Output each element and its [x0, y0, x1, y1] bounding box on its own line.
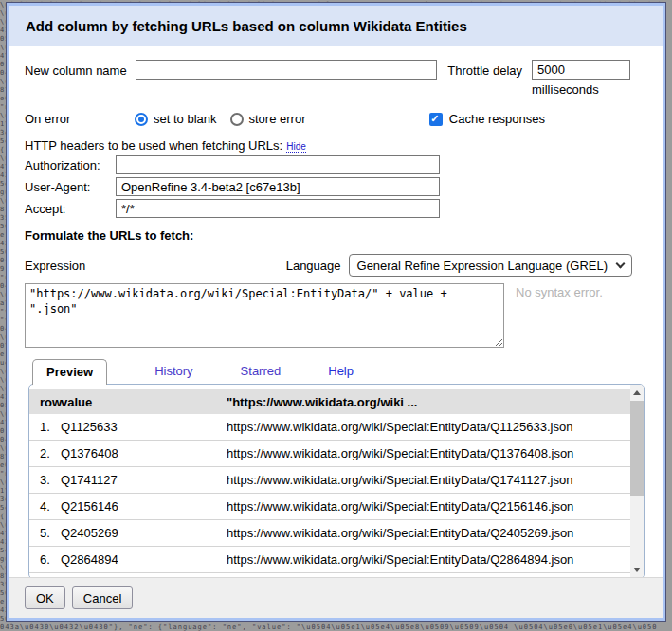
tab-history[interactable]: History [141, 359, 206, 384]
on-error-row: On error set to blank store error Cache … [25, 112, 647, 126]
user-agent-label: User-Agent: [25, 180, 116, 194]
row-url: https://www.wikidata.org/wiki/Special:En… [227, 420, 630, 434]
expression-textarea[interactable]: "https://www.wikidata.org/wiki/Special:E… [25, 283, 504, 348]
http-headers-label: HTTP headers to be used when fetching UR… [25, 138, 282, 153]
radio-store-error[interactable]: store error [230, 112, 306, 126]
scrollbar[interactable] [630, 385, 644, 577]
on-error-label: On error [25, 112, 135, 126]
row-url: https://www.wikidata.org/wiki/Special:En… [227, 552, 630, 567]
row-value: Q2864894 [61, 552, 227, 567]
radio-selected-icon [135, 113, 148, 126]
dialog-body: New column name Throttle delay milliseco… [9, 46, 663, 577]
row-url: https://www.wikidata.org/wiki/Special:En… [227, 446, 630, 460]
authorization-label: Authorization: [25, 158, 116, 172]
row-number: 3. [29, 473, 61, 487]
col-header-url: "https://www.wikidata.org/wiki ... [227, 395, 630, 409]
http-headers-row: HTTP headers to be used when fetching UR… [25, 138, 647, 153]
throttle-col: milliseconds [532, 60, 630, 97]
tab-nav: Preview History Starred Help [28, 359, 645, 384]
checkbox-checked-icon [429, 113, 443, 126]
language-label: Language [286, 259, 341, 273]
language-selected-value: General Refine Expression Language (GREL… [357, 259, 608, 273]
expression-row: Expression Language General Refine Expre… [25, 254, 647, 277]
chevron-down-icon [616, 259, 626, 268]
preview-table: row value "https://www.wikidata.org/wiki… [29, 385, 630, 577]
expression-area: "https://www.wikidata.org/wiki/Special:E… [25, 283, 647, 348]
scroll-up-icon[interactable] [633, 390, 641, 395]
tab-preview[interactable]: Preview [32, 359, 107, 385]
row-url: https://www.wikidata.org/wiki/Special:En… [227, 499, 630, 514]
table-row: 3. Q1741127 https://www.wikidata.org/wik… [29, 467, 630, 494]
tabs-box: Preview History Starred Help row value "… [28, 359, 645, 577]
new-column-name-input[interactable] [136, 60, 437, 80]
row-number: 1. [29, 420, 61, 434]
syntax-status: No syntax error. [516, 285, 603, 299]
table-row: 1. Q1125633 https://www.wikidata.org/wik… [29, 414, 630, 441]
authorization-row: Authorization: [25, 155, 647, 174]
tab-help[interactable]: Help [315, 359, 367, 384]
row-value: Q1125633 [61, 420, 227, 434]
accept-row: Accept: [25, 199, 647, 218]
accept-label: Accept: [25, 202, 116, 216]
row-value: Q1741127 [61, 473, 227, 487]
table-row: 6. Q2864894 https://www.wikidata.org/wik… [29, 547, 630, 573]
language-group: Language General Refine Expression Langu… [286, 254, 632, 277]
scroll-thumb[interactable] [630, 401, 644, 496]
throttle-group: Throttle delay milliseconds [447, 60, 647, 97]
new-column-row: New column name Throttle delay milliseco… [25, 60, 647, 97]
row-value: Q1376408 [61, 446, 227, 460]
formulate-heading: Formulate the URLs to fetch: [25, 228, 647, 243]
ok-button[interactable]: OK [25, 586, 65, 609]
cache-responses-checkbox[interactable]: Cache responses [429, 112, 545, 126]
add-column-fetch-dialog: Add column by fetching URLs based on col… [7, 3, 665, 621]
user-agent-row: User-Agent: [25, 177, 647, 196]
table-row: 5. Q2405269 https://www.wikidata.org/wik… [29, 520, 630, 547]
table-header-row: row value "https://www.wikidata.org/wiki… [29, 389, 630, 414]
col-header-row: row [29, 395, 61, 409]
row-number: 4. [29, 499, 61, 514]
cancel-button[interactable]: Cancel [72, 586, 133, 609]
table-row: 7. Q2901201 https://www.wikidata.org/wik… [29, 573, 630, 577]
col-header-value: value [61, 395, 227, 409]
expression-label: Expression [25, 259, 85, 273]
hide-headers-link[interactable]: Hide [286, 141, 306, 153]
radio-set-to-blank-label: set to blank [154, 112, 217, 126]
cache-responses-label: Cache responses [449, 112, 545, 126]
authorization-input[interactable] [116, 155, 440, 174]
table-row: 4. Q2156146 https://www.wikidata.org/wik… [29, 494, 630, 520]
user-agent-input[interactable] [116, 177, 440, 196]
dialog-title: Add column by fetching URLs based on col… [9, 6, 663, 46]
http-headers-grid: Authorization: User-Agent: Accept: [25, 155, 647, 218]
throttle-delay-input[interactable] [532, 60, 630, 80]
row-value: Q2405269 [61, 526, 227, 540]
row-url: https://www.wikidata.org/wiki/Special:En… [227, 473, 630, 487]
row-number: 2. [29, 446, 61, 460]
scroll-down-icon[interactable] [633, 568, 641, 572]
new-column-name-label: New column name [25, 63, 127, 78]
radio-unselected-icon [230, 113, 244, 126]
row-number: 6. [29, 552, 61, 567]
table-row: 2. Q1376408 https://www.wikidata.org/wik… [29, 441, 630, 467]
dialog-footer: OK Cancel [9, 577, 663, 618]
row-number: 5. [29, 526, 61, 540]
row-value: Q2156146 [61, 499, 227, 514]
tab-starred[interactable]: Starred [227, 359, 295, 384]
preview-panel: row value "https://www.wikidata.org/wiki… [28, 384, 645, 577]
radio-set-to-blank[interactable]: set to blank [135, 112, 217, 126]
row-url: https://www.wikidata.org/wiki/Special:En… [227, 526, 630, 540]
throttle-unit-label: milliseconds [532, 82, 630, 97]
language-select[interactable]: General Refine Expression Language (GREL… [349, 254, 632, 277]
accept-input[interactable] [116, 199, 440, 218]
radio-store-error-label: store error [249, 112, 306, 126]
throttle-delay-label: Throttle delay [447, 63, 522, 78]
